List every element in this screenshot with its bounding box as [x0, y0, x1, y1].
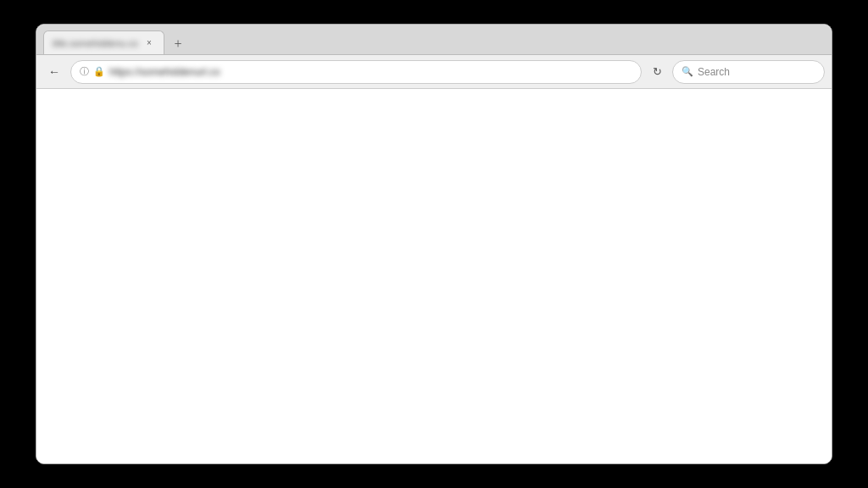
back-icon: ← — [48, 65, 60, 79]
lock-icon: 🔒 — [93, 66, 105, 77]
search-placeholder: Search — [698, 66, 730, 78]
address-bar[interactable]: ⓘ 🔒 https://somehiddenurl.co — [70, 60, 642, 84]
tab-title: title.somehiddenu.co — [53, 38, 138, 48]
tab-strip: title.somehiddenu.co × + — [43, 25, 825, 54]
search-bar[interactable]: 🔍 Search — [672, 60, 825, 84]
reload-icon: ↻ — [653, 65, 662, 79]
new-tab-button[interactable]: + — [168, 34, 188, 54]
search-icon: 🔍 — [682, 66, 693, 77]
address-text: https://somehiddenurl.co — [109, 66, 632, 78]
browser-window: title.somehiddenu.co × + ← ⓘ 🔒 https://s… — [36, 24, 832, 464]
active-tab[interactable]: title.somehiddenu.co × — [43, 30, 164, 54]
toolbar: ← ⓘ 🔒 https://somehiddenurl.co ↻ 🔍 Searc… — [36, 55, 832, 89]
back-button[interactable]: ← — [43, 61, 65, 83]
info-icon: ⓘ — [80, 65, 89, 78]
tab-close-button[interactable]: × — [143, 37, 155, 49]
title-bar: title.somehiddenu.co × + — [36, 25, 832, 55]
page-content — [36, 89, 832, 463]
reload-button[interactable]: ↻ — [647, 62, 667, 82]
